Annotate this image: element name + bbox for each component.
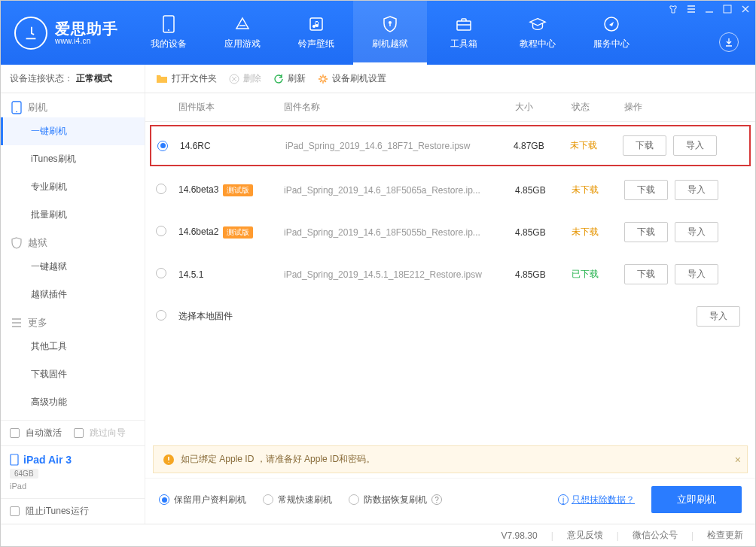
sidebar: 刷机 一键刷机 iTunes刷机 专业刷机 批量刷机 越狱 一键越狱 越狱插件 … [1, 93, 145, 524]
option-keep-data[interactable]: 保留用户资料刷机 [159, 494, 246, 506]
folder-icon [156, 74, 168, 84]
sidebar-item-other-tools[interactable]: 其他工具 [1, 333, 145, 360]
download-button[interactable]: 下载 [623, 135, 666, 156]
sidebar-item-pro-flash[interactable]: 专业刷机 [1, 173, 145, 201]
download-button[interactable]: 下载 [624, 222, 668, 242]
nav-apps-games[interactable]: 应用游戏 [206, 1, 279, 65]
download-manager-icon[interactable] [719, 32, 739, 52]
sidebar-item-oneclick-flash[interactable]: 一键刷机 [1, 117, 145, 145]
status-value: 正常模式 [76, 72, 112, 85]
table-row[interactable]: 14.5.1 iPad_Spring_2019_14.5.1_18E212_Re… [145, 254, 755, 296]
row-radio[interactable] [156, 268, 166, 278]
notice-text: 如已绑定 Apple ID ，请准备好 Apple ID和密码。 [181, 453, 375, 466]
nav-services[interactable]: 服务中心 [575, 1, 648, 65]
feedback-link[interactable]: 意见反馈 [567, 529, 603, 542]
option-radio[interactable] [159, 494, 169, 505]
compass-icon [602, 15, 620, 33]
skip-wizard-checkbox[interactable] [74, 428, 84, 438]
sidebar-item-label: 高级功能 [31, 397, 67, 407]
import-button[interactable]: 导入 [673, 135, 717, 156]
svg-point-3 [389, 21, 392, 24]
skin-icon[interactable] [668, 4, 678, 14]
logo-icon [14, 17, 47, 50]
check-update-link[interactable]: 检查更新 [707, 529, 743, 542]
warning-icon [163, 454, 175, 466]
option-anti-recovery[interactable]: 防数据恢复刷机 ? [349, 494, 442, 506]
flash-now-button[interactable]: 立即刷机 [651, 486, 742, 513]
sidebar-item-oneclick-jb[interactable]: 一键越狱 [1, 253, 145, 281]
nav-tutorials[interactable]: 教程中心 [501, 1, 575, 65]
window-controls [668, 4, 751, 14]
skip-wizard-label: 跳过向导 [90, 427, 126, 439]
menu-icon[interactable] [686, 4, 697, 14]
row-size: 4.87GB [514, 141, 570, 151]
th-name: 固件名称 [284, 101, 515, 114]
storage-badge: 64GB [10, 469, 38, 479]
option-normal-flash[interactable]: 常规快速刷机 [263, 494, 332, 506]
download-button[interactable]: 下载 [624, 180, 668, 200]
import-button[interactable]: 导入 [697, 306, 740, 327]
maximize-icon[interactable] [722, 4, 733, 14]
option-radio[interactable] [349, 494, 359, 505]
toolbar: 设备连接状态： 正常模式 打开文件夹 删除 刷新 设备刷机设置 [1, 65, 755, 93]
row-name: iPad_Spring_2019_14.6_18F5065a_Restore.i… [284, 185, 515, 196]
stop-itunes-checkbox[interactable] [10, 506, 20, 516]
download-button[interactable]: 下载 [624, 264, 668, 284]
sidebar-item-label: 越狱插件 [31, 289, 67, 299]
sidebar-item-advanced[interactable]: 高级功能 [1, 388, 145, 416]
row-radio[interactable] [156, 226, 166, 236]
device-card[interactable]: iPad Air 3 64GB iPad [1, 445, 145, 498]
close-icon[interactable] [740, 4, 751, 14]
row-status: 未下载 [572, 226, 624, 239]
info-icon: i [558, 494, 569, 505]
nav-ringtones[interactable]: 铃声壁纸 [279, 1, 353, 65]
sidebar-item-label: iTunes刷机 [31, 153, 76, 164]
row-size: 4.85GB [515, 227, 572, 238]
minimize-icon[interactable] [704, 4, 715, 14]
group-title: 刷机 [28, 101, 47, 114]
option-radio[interactable] [263, 494, 273, 505]
table-row[interactable]: 14.6RC iPad_Spring_2019_14.6_18F71_Resto… [150, 125, 751, 166]
row-radio[interactable] [157, 141, 168, 151]
app-subtitle: www.i4.cn [55, 37, 118, 45]
shield-icon [11, 237, 22, 249]
auto-activate-checkbox[interactable] [10, 428, 20, 438]
flash-settings-button[interactable]: 设备刷机设置 [318, 72, 386, 85]
delete-button: 删除 [229, 72, 261, 85]
refresh-button[interactable]: 刷新 [273, 72, 306, 85]
open-folder-button[interactable]: 打开文件夹 [156, 72, 217, 85]
sidebar-item-label: 一键越狱 [31, 261, 67, 272]
erase-data-link[interactable]: i 只想抹除数据？ [558, 494, 635, 506]
table-row[interactable]: 14.6beta3测试版 iPad_Spring_2019_14.6_18F50… [145, 169, 755, 211]
close-notice-icon[interactable]: × [735, 454, 741, 466]
import-button[interactable]: 导入 [675, 264, 718, 284]
row-radio[interactable] [156, 184, 166, 194]
sidebar-item-jb-plugins[interactable]: 越狱插件 [1, 281, 145, 308]
shield-icon [381, 15, 399, 33]
select-local-label: 选择本地固件 [178, 310, 624, 323]
nav-label: 我的设备 [151, 38, 187, 50]
wechat-link[interactable]: 微信公众号 [633, 529, 678, 542]
import-button[interactable]: 导入 [675, 180, 718, 200]
row-version: 14.6beta3测试版 [178, 184, 284, 196]
table-row[interactable]: 14.6beta2测试版 iPad_Spring_2019_14.6_18F50… [145, 211, 755, 254]
group-title: 越狱 [28, 236, 47, 250]
tool-label: 打开文件夹 [172, 72, 217, 85]
row-version: 14.5.1 [178, 269, 284, 280]
nav-flash-jailbreak[interactable]: 刷机越狱 [353, 1, 427, 65]
nav-my-device[interactable]: 我的设备 [132, 1, 206, 65]
row-size: 4.85GB [515, 269, 572, 280]
table-row-local[interactable]: 选择本地固件 导入 [145, 296, 755, 338]
sidebar-item-batch-flash[interactable]: 批量刷机 [1, 201, 145, 229]
import-button[interactable]: 导入 [675, 222, 718, 242]
flash-options-bar: 保留用户资料刷机 常规快速刷机 防数据恢复刷机 ? i 只想抹除数据？ 立即刷机 [145, 478, 755, 524]
sidebar-item-download-fw[interactable]: 下载固件 [1, 360, 145, 388]
row-radio[interactable] [156, 310, 166, 321]
svg-point-10 [16, 111, 17, 113]
auto-activate-label: 自动激活 [26, 427, 62, 439]
nav-toolbox[interactable]: 工具箱 [427, 1, 501, 65]
sidebar-item-itunes-flash[interactable]: iTunes刷机 [1, 145, 145, 173]
help-icon[interactable]: ? [431, 494, 442, 505]
tool-label: 设备刷机设置 [332, 72, 386, 85]
device-name: iPad Air 3 [10, 454, 136, 466]
